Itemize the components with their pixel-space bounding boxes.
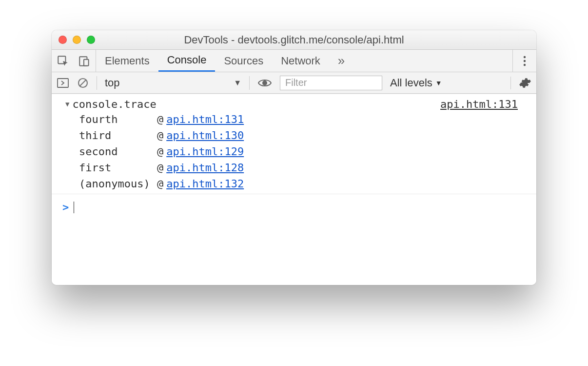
panel-tabs-row: Elements Console Sources Network » [52, 50, 536, 72]
trace-header-label: console.trace [72, 98, 156, 110]
stack-frame-row: (anonymous)@api.html:132 [79, 176, 536, 192]
minimize-window-button[interactable] [73, 36, 81, 44]
console-divider [52, 194, 536, 194]
stack-frame-at: @ [157, 129, 163, 142]
context-selector[interactable]: top ▼ [105, 75, 241, 91]
tab-elements[interactable]: Elements [96, 50, 158, 72]
tab-network[interactable]: Network [272, 50, 329, 72]
log-levels-label: All levels [390, 77, 432, 89]
stack-frame-at: @ [157, 178, 163, 190]
stack-frame-source-link[interactable]: api.html:130 [166, 129, 244, 142]
disclosure-triangle-icon[interactable]: ▼ [65, 100, 69, 108]
kebab-menu-icon [523, 55, 527, 67]
toolbar-separator [97, 76, 97, 90]
panel-tabs: Elements Console Sources Network » [96, 50, 353, 72]
stack-frame-at: @ [157, 113, 163, 125]
sidebar-toggle-icon[interactable] [57, 78, 69, 88]
stack-frame-at: @ [157, 145, 163, 158]
stack-frame-row: first@api.html:128 [79, 160, 536, 176]
svg-point-4 [524, 60, 526, 61]
prompt-caret-icon: > [62, 201, 69, 213]
svg-point-9 [263, 81, 267, 85]
stack-frame-source-link[interactable]: api.html:131 [166, 113, 244, 125]
close-window-button[interactable] [59, 36, 67, 44]
svg-line-8 [80, 80, 86, 86]
toolbar-separator [249, 76, 250, 90]
stack-frame-source-link[interactable]: api.html:132 [166, 178, 244, 190]
zoom-window-button[interactable] [87, 36, 95, 44]
stack-frame-function: third [79, 129, 157, 142]
clear-console-icon[interactable] [77, 77, 89, 89]
svg-rect-2 [84, 59, 89, 65]
stack-frame-at: @ [157, 162, 163, 174]
trace-header-row[interactable]: ▼ console.trace api.html:131 [52, 97, 536, 111]
window-title: DevTools - devtools.glitch.me/console/ap… [52, 34, 536, 46]
console-output: ▼ console.trace api.html:131 fourth@api.… [52, 94, 536, 285]
device-toolbar-icon[interactable] [78, 55, 91, 67]
svg-rect-6 [58, 79, 68, 87]
log-levels-selector[interactable]: All levels ▼ [390, 77, 442, 89]
main-menu[interactable] [512, 50, 536, 72]
chevron-down-icon: ▼ [234, 79, 241, 87]
stack-frame-function: second [79, 145, 157, 158]
console-prompt[interactable]: > [52, 196, 536, 213]
tabs-overflow-button[interactable]: » [329, 50, 353, 72]
text-cursor [74, 202, 74, 213]
tab-console[interactable]: Console [158, 50, 216, 72]
filter-input[interactable] [280, 76, 382, 90]
stack-frame-function: fourth [79, 113, 157, 125]
svg-point-3 [524, 56, 526, 58]
stack-frame-row: fourth@api.html:131 [79, 111, 536, 127]
trace-source-link[interactable]: api.html:131 [440, 98, 528, 110]
console-settings[interactable] [510, 77, 531, 89]
stack-frame-row: third@api.html:130 [79, 127, 536, 143]
titlebar: DevTools - devtools.glitch.me/console/ap… [52, 30, 536, 50]
svg-point-5 [524, 63, 526, 65]
context-selector-label: top [105, 77, 120, 89]
stack-frame-source-link[interactable]: api.html:129 [166, 145, 244, 158]
stack-frame-function: first [79, 162, 157, 174]
devtools-window: DevTools - devtools.glitch.me/console/ap… [52, 30, 536, 285]
stack-frame-function: (anonymous) [79, 178, 157, 190]
tab-sources[interactable]: Sources [215, 50, 272, 72]
traffic-lights [59, 30, 95, 49]
live-expression-icon[interactable] [257, 78, 272, 88]
stack-trace-list: fourth@api.html:131third@api.html:130sec… [52, 111, 536, 192]
stack-frame-row: second@api.html:129 [79, 143, 536, 160]
inspect-controls [52, 50, 96, 72]
stack-frame-source-link[interactable]: api.html:128 [166, 162, 244, 174]
console-toolbar: top ▼ All levels ▼ [52, 72, 536, 94]
inspect-element-icon[interactable] [57, 55, 69, 67]
gear-icon [519, 77, 531, 89]
chevron-down-icon: ▼ [435, 79, 442, 87]
